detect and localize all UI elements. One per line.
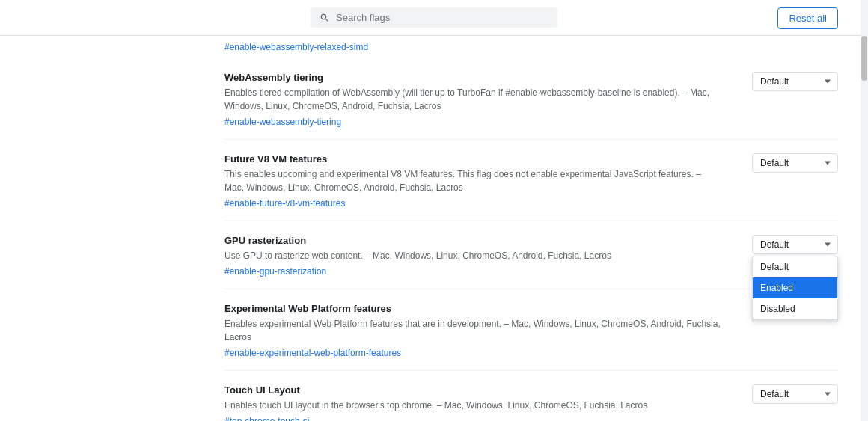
flag-item-gpu-rasterization: GPU rasterization Use GPU to rasterize w…	[224, 221, 838, 289]
search-input[interactable]	[336, 12, 548, 23]
flag-item-webassembly-tiering: WebAssembly tiering Enables tiered compi…	[224, 58, 838, 140]
search-input-wrapper	[311, 7, 557, 28]
select-wrapper-future-v8: Default Enabled Disabled	[752, 153, 838, 173]
search-bar	[0, 0, 868, 36]
top-webassembly-simd-link[interactable]: #enable-webassembly-relaxed-simd	[224, 36, 838, 55]
gpu-option-disabled[interactable]: Disabled	[753, 298, 837, 319]
flag-desc-future-v8: This enables upcoming and experimental V…	[224, 168, 722, 194]
flag-text-gpu-rasterization: GPU rasterization Use GPU to rasterize w…	[224, 235, 722, 277]
reset-all-button[interactable]: Reset all	[777, 7, 838, 29]
flag-title-webassembly-tiering: WebAssembly tiering	[224, 72, 722, 83]
flag-control-touch-ui: Default Enabled Disabled	[752, 384, 838, 404]
flag-select-gpu-rasterization[interactable]: Default Enabled Disabled	[752, 235, 838, 254]
flag-desc-touch-ui: Enables touch UI layout in the browser's…	[224, 399, 722, 412]
flag-control-gpu-rasterization: Default Enabled Disabled Default Enabled…	[752, 235, 838, 254]
scrollbar[interactable]	[861, 0, 868, 421]
flag-link-experimental-web[interactable]: #enable-experimental-web-platform-featur…	[224, 348, 401, 358]
flag-text-touch-ui: Touch UI Layout Enables touch UI layout …	[224, 384, 722, 421]
gpu-option-enabled[interactable]: Enabled	[753, 277, 837, 298]
flag-text-webassembly-tiering: WebAssembly tiering Enables tiered compi…	[224, 72, 722, 127]
gpu-dropdown-open: Default Enabled Disabled	[752, 256, 838, 320]
flag-link-gpu-rasterization[interactable]: #enable-gpu-rasterization	[224, 266, 326, 277]
flag-select-webassembly-tiering[interactable]: Default Enabled Disabled	[752, 72, 838, 91]
flag-text-future-v8: Future V8 VM features This enables upcom…	[224, 153, 722, 209]
flag-select-touch-ui[interactable]: Default Enabled Disabled	[752, 384, 838, 404]
flag-title-experimental-web: Experimental Web Platform features	[224, 303, 722, 314]
gpu-option-default[interactable]: Default	[753, 256, 837, 277]
flag-item-experimental-web: Experimental Web Platform features Enabl…	[224, 289, 838, 371]
select-wrapper-gpu-rasterization: Default Enabled Disabled	[752, 235, 838, 254]
flag-link-touch-ui[interactable]: #top-chrome-touch-si	[224, 416, 309, 421]
flag-desc-webassembly-tiering: Enables tiered compilation of WebAssembl…	[224, 86, 722, 113]
flag-control-future-v8: Default Enabled Disabled	[752, 153, 838, 173]
select-wrapper-webassembly-tiering: Default Enabled Disabled	[752, 72, 838, 91]
flag-control-webassembly-tiering: Default Enabled Disabled	[752, 72, 838, 91]
scrollbar-thumb[interactable]	[861, 36, 867, 81]
flag-title-gpu-rasterization: GPU rasterization	[224, 235, 722, 246]
search-icon	[320, 13, 330, 23]
flag-item-touch-ui: Touch UI Layout Enables touch UI layout …	[224, 371, 838, 421]
flag-title-future-v8: Future V8 VM features	[224, 153, 722, 165]
flag-text-experimental-web: Experimental Web Platform features Enabl…	[224, 303, 722, 358]
flag-item-future-v8: Future V8 VM features This enables upcom…	[224, 140, 838, 221]
flag-desc-gpu-rasterization: Use GPU to rasterize web content. – Mac,…	[224, 249, 722, 262]
select-wrapper-touch-ui: Default Enabled Disabled	[752, 384, 838, 404]
flag-select-future-v8[interactable]: Default Enabled Disabled	[752, 153, 838, 173]
flag-link-future-v8[interactable]: #enable-future-v8-vm-features	[224, 198, 345, 209]
content-area: #enable-webassembly-relaxed-simd WebAsse…	[0, 36, 868, 421]
flag-title-touch-ui: Touch UI Layout	[224, 384, 722, 396]
flag-desc-experimental-web: Enables experimental Web Platform featur…	[224, 317, 722, 344]
flag-link-webassembly-tiering[interactable]: #enable-webassembly-tiering	[224, 117, 341, 127]
